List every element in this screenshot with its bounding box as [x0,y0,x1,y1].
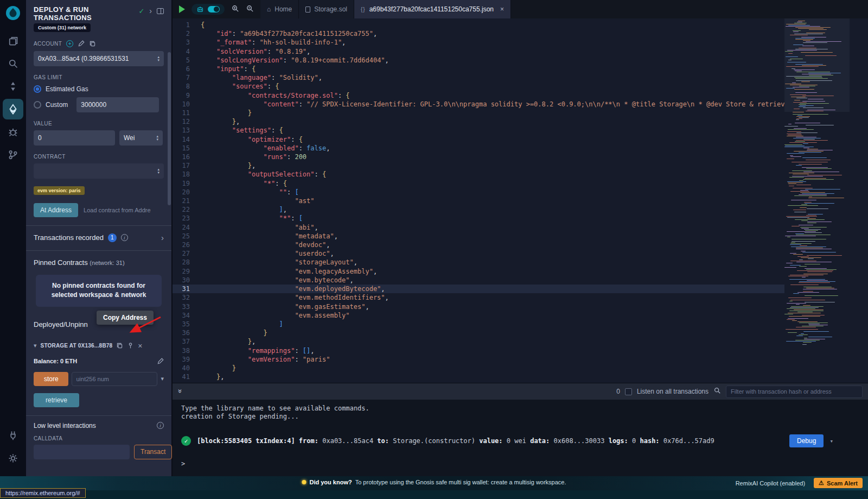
debug-button[interactable]: Debug [789,434,824,447]
code-line-19[interactable]: 19 "*": { [173,179,784,188]
tab-home[interactable]: ⌂Home [260,0,299,18]
close-tab-icon[interactable]: × [500,5,504,13]
edit-account-icon[interactable] [78,40,85,47]
retrieve-button[interactable]: retrieve [34,393,79,407]
code-line-13[interactable]: 13 "settings": { [173,126,784,135]
code-line-34[interactable]: 34 "evm.assembly" [173,311,784,320]
sidebar-item-solidity-compiler[interactable] [3,76,23,97]
tab-a69b43f277ba20fcac141151250ca755-json[interactable]: {}a69b43f277ba20fcac141151250ca755.json× [354,0,511,18]
add-account-icon[interactable]: + [66,40,73,47]
custom-gas-radio[interactable]: Custom [34,101,68,109]
deployed-contract-header[interactable]: ▾ STORAGE AT 0X136...8B78 × [34,342,164,350]
code-line-9[interactable]: 9 "contracts/Storage.sol": { [173,91,784,100]
chevron-right-icon[interactable]: › [149,7,152,15]
scam-alert-button[interactable]: ⚠ Scam Alert [814,478,863,488]
code-line-37[interactable]: 37 }, [173,337,784,346]
code-line-12[interactable]: 12 }, [173,117,784,126]
code-line-14[interactable]: 14 "optimizer": { [173,135,784,144]
pin-panel-icon[interactable] [157,8,164,14]
panel-scrollbar[interactable] [168,52,171,205]
code-line-15[interactable]: 15 "enabled": false, [173,144,784,153]
value-unit-select[interactable]: Wei ▴▾ [119,130,163,146]
remove-contract-icon[interactable]: × [138,342,142,350]
code-line-24[interactable]: 24 "abi", [173,223,784,232]
code-editor[interactable]: 1{2 "id": "a69b43f277ba20fcac141151250ca… [173,18,784,383]
sidebar-item-git[interactable] [3,144,23,165]
value-input[interactable] [34,130,115,146]
code-line-36[interactable]: 36 } [173,329,784,337]
code-line-28[interactable]: 28 "storageLayout", [173,258,784,267]
code-line-8[interactable]: 8 "sources": { [173,82,784,91]
sidebar-item-deploy-and-run[interactable] [3,99,23,119]
code-line-39[interactable]: 39 "evmVersion": "paris" [173,355,784,364]
listen-label[interactable]: Listen on all transactions [637,388,709,395]
transact-button[interactable]: Transact [134,445,172,459]
zoom-out-icon[interactable] [246,4,254,15]
ai-copilot-toggle[interactable] [192,4,225,15]
network-badge[interactable]: Custom (31) network [34,23,91,32]
pin-contract-icon[interactable] [127,342,134,349]
copy-address-icon[interactable] [116,342,123,349]
chevron-down-icon[interactable]: ▾ [34,342,37,349]
code-line-30[interactable]: 30 "evm.bytecode", [173,276,784,285]
code-line-4[interactable]: 4 "solcVersion": "0.8.19", [173,47,784,56]
code-line-11[interactable]: 11 } [173,109,784,117]
terminal-prompt[interactable]: > [181,460,868,468]
transaction-log[interactable]: ✓ [block:5583405 txIndex:4] from: 0xa03.… [181,434,868,447]
listen-checkbox[interactable] [625,388,632,395]
code-line-21[interactable]: 21 "ast" [173,197,784,205]
code-line-41[interactable]: 41 }, [173,372,784,381]
remix-logo-icon[interactable] [4,4,22,22]
code-line-22[interactable]: 22 ], [173,205,784,214]
sidebar-item-settings[interactable] [3,448,23,469]
code-line-18[interactable]: 18 "outputSelection": { [173,170,784,179]
code-line-3[interactable]: 3 "_format": "hh-sol-build-info-1", [173,38,784,47]
code-line-38[interactable]: 38 "remappings": [], [173,346,784,355]
expand-terminal-icon[interactable]: « [175,390,183,393]
code-line-29[interactable]: 29 "evm.legacyAssembly", [173,267,784,276]
contract-select[interactable]: ▴▾ [34,163,164,179]
zoom-in-icon[interactable] [231,4,239,15]
edit-balance-icon[interactable] [157,358,164,365]
chevron-right-icon[interactable]: › [161,233,164,242]
copilot-status[interactable]: RemixAI Copilot (enabled) [736,480,805,487]
sidebar-item-search[interactable] [3,53,23,74]
store-arg-input[interactable] [72,372,157,386]
terminal-filter-input[interactable] [726,386,863,398]
transactions-recorded-row[interactable]: Transactions recorded 1 i › [34,233,164,242]
code-line-16[interactable]: 16 "runs": 200 [173,153,784,161]
run-script-button[interactable] [179,5,185,13]
code-line-32[interactable]: 32 "evm.methodIdentifiers", [173,293,784,302]
sidebar-item-debugger[interactable] [3,122,23,142]
sidebar-item-plugin-manager[interactable] [3,425,23,446]
code-line-25[interactable]: 25 "metadata", [173,232,784,241]
code-line-35[interactable]: 35 ] [173,320,784,329]
code-line-27[interactable]: 27 "userdoc", [173,249,784,258]
sidebar-item-file-explorer[interactable] [3,30,23,51]
account-select[interactable]: 0xA03...85ac4 (0.39866531531 ▴▾ [34,51,164,66]
code-line-26[interactable]: 26 "devdoc", [173,241,784,249]
tab-storage-sol[interactable]: Storage.sol [299,0,354,18]
calldata-input[interactable] [34,445,130,459]
estimated-gas-radio[interactable]: Estimated Gas [34,85,164,93]
code-line-6[interactable]: 6 "input": { [173,65,784,73]
code-line-23[interactable]: 23 "*": [ [173,214,784,223]
code-line-40[interactable]: 40 } [173,364,784,372]
code-line-1[interactable]: 1{ [173,21,784,29]
code-line-33[interactable]: 33 "evm.gasEstimates", [173,302,784,311]
minimap[interactable] [784,18,850,383]
copy-account-icon[interactable] [89,40,96,47]
expand-args-icon[interactable]: ▾ [161,375,164,382]
expand-tx-icon[interactable]: ▾ [829,437,833,445]
code-line-2[interactable]: 2 "id": "a69b43f277ba20fcac141151250ca75… [173,29,784,38]
code-line-20[interactable]: 20 "": [ [173,188,784,197]
code-line-5[interactable]: 5 "solcLongVersion": "0.8.19+commit.7dd6… [173,56,784,65]
at-address-button[interactable]: At Address [34,203,78,217]
code-line-31[interactable]: 31 "evm.deployedBytecode", [173,285,784,293]
at-address-placeholder[interactable]: Load contract from Addre [84,207,151,213]
search-icon[interactable] [713,387,721,396]
code-line-17[interactable]: 17 }, [173,161,784,170]
store-button[interactable]: store [34,372,68,386]
code-line-10[interactable]: 10 "content": "// SPDX-License-Identifie… [173,100,784,109]
custom-gas-input[interactable] [76,97,159,112]
